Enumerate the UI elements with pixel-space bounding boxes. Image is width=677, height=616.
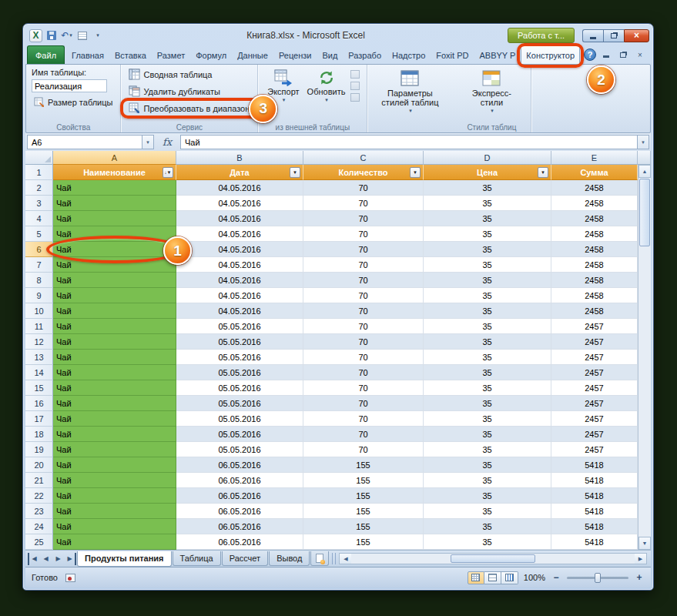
pivot-table-button[interactable]: Сводная таблица xyxy=(126,67,252,82)
cell-C2[interactable]: 70 xyxy=(303,180,424,196)
row-header-12[interactable]: 12 xyxy=(25,334,53,350)
cell-E22[interactable]: 5418 xyxy=(551,488,638,504)
sheet-tab-3[interactable]: Вывод xyxy=(269,551,310,566)
cell-D5[interactable]: 35 xyxy=(424,226,551,242)
cell-E5[interactable]: 2458 xyxy=(551,226,638,242)
convert-to-range-button[interactable]: Преобразовать в диапазон xyxy=(126,101,252,116)
cell-D20[interactable]: 35 xyxy=(424,457,551,473)
cell-D21[interactable]: 35 xyxy=(424,473,551,488)
insert-function-button[interactable]: fx xyxy=(154,136,180,148)
name-box[interactable]: A6 xyxy=(27,135,142,149)
row-header-16[interactable]: 16 xyxy=(25,396,53,411)
row-header-15[interactable]: 15 xyxy=(25,380,53,396)
cell-C4[interactable]: 70 xyxy=(303,211,424,226)
cell-C10[interactable]: 70 xyxy=(303,303,424,319)
row-header-19[interactable]: 19 xyxy=(25,442,53,457)
row-header-11[interactable]: 11 xyxy=(25,319,53,334)
cell-A24[interactable]: Чай xyxy=(53,519,176,534)
cell-A18[interactable]: Чай xyxy=(53,427,176,442)
cell-A25[interactable]: Чай xyxy=(53,534,176,550)
cell-E10[interactable]: 2458 xyxy=(551,303,638,319)
sheet-tab-1[interactable]: Таблица xyxy=(173,551,221,566)
zoom-in-button[interactable]: + xyxy=(634,572,645,584)
insert-sheet-button[interactable] xyxy=(310,551,329,566)
ribbon-tab-9[interactable]: Надстро xyxy=(387,45,431,64)
cell-C8[interactable]: 70 xyxy=(303,273,424,288)
cell-A11[interactable]: Чай xyxy=(53,319,176,334)
ribbon-tab-1[interactable]: Главная xyxy=(66,45,109,64)
cell-C9[interactable]: 70 xyxy=(303,288,424,303)
cell-C21[interactable]: 155 xyxy=(303,473,424,488)
cell-B10[interactable]: 04.05.2016 xyxy=(176,303,303,319)
row-header-10[interactable]: 10 xyxy=(25,303,53,319)
row-header-6[interactable]: 6 xyxy=(25,242,53,257)
cell-A16[interactable]: Чай xyxy=(53,396,176,411)
cell-C24[interactable]: 155 xyxy=(303,519,424,534)
cell-C23[interactable]: 155 xyxy=(303,504,424,519)
resize-table-button[interactable]: Размер таблицы xyxy=(32,95,115,109)
ribbon-tab-5[interactable]: Данные xyxy=(232,45,273,64)
ribbon-tab-10[interactable]: Foxit PD xyxy=(431,45,474,64)
cell-A8[interactable]: Чай xyxy=(53,273,176,288)
sheet-nav-prev-icon[interactable]: ◀ xyxy=(40,553,52,565)
cell-A13[interactable]: Чай xyxy=(53,350,176,365)
sheet-nav-last-icon[interactable]: ▶ xyxy=(65,553,76,565)
formula-bar-expand-icon[interactable]: ▼ xyxy=(638,135,649,149)
cell-B20[interactable]: 06.05.2016 xyxy=(176,457,303,473)
cell-C20[interactable]: 155 xyxy=(303,457,424,473)
row-header-3[interactable]: 3 xyxy=(25,196,53,211)
column-header-B[interactable]: B xyxy=(176,151,303,165)
vertical-scroll-thumb[interactable] xyxy=(639,179,650,246)
cell-E16[interactable]: 2457 xyxy=(551,396,638,411)
cell-E2[interactable]: 2458 xyxy=(551,180,638,196)
cell-A3[interactable]: Чай xyxy=(53,196,176,211)
row-header-7[interactable]: 7 xyxy=(25,257,53,273)
ribbon-tab-0[interactable]: Файл xyxy=(27,45,65,64)
cell-C22[interactable]: 155 xyxy=(303,488,424,504)
cell-D12[interactable]: 35 xyxy=(424,334,551,350)
cell-D18[interactable]: 35 xyxy=(424,427,551,442)
cell-A23[interactable]: Чай xyxy=(53,504,176,519)
vertical-scroll-track[interactable] xyxy=(638,178,651,537)
workbook-close-icon[interactable]: × xyxy=(633,49,647,60)
cell-A22[interactable]: Чай xyxy=(53,488,176,504)
cell-A2[interactable]: Чай xyxy=(53,180,176,196)
row-header-18[interactable]: 18 xyxy=(25,427,53,442)
cell-A21[interactable]: Чай xyxy=(53,473,176,488)
cell-A12[interactable]: Чай xyxy=(53,334,176,350)
table-name-input[interactable]: Реализация xyxy=(32,79,107,92)
ribbon-tab-11[interactable]: ABBYY P xyxy=(474,45,521,64)
cell-A17[interactable]: Чай xyxy=(53,411,176,427)
workbook-restore-icon[interactable] xyxy=(616,49,630,60)
horizontal-scroll-thumb[interactable] xyxy=(451,554,535,563)
header-cell-C[interactable]: Количество▼ xyxy=(303,165,424,180)
cell-C18[interactable]: 70 xyxy=(303,427,424,442)
cell-B4[interactable]: 04.05.2016 xyxy=(176,211,303,226)
header-cell-A[interactable]: Наименование↓▼ xyxy=(53,165,176,180)
cell-B7[interactable]: 04.05.2016 xyxy=(176,257,303,273)
cell-D3[interactable]: 35 xyxy=(424,196,551,211)
cell-E7[interactable]: 2458 xyxy=(551,257,638,273)
sheet-tab-2[interactable]: Рассчет xyxy=(222,551,269,566)
cell-C13[interactable]: 70 xyxy=(303,350,424,365)
cell-D9[interactable]: 35 xyxy=(424,288,551,303)
cell-E18[interactable]: 2457 xyxy=(551,427,638,442)
row-header-2[interactable]: 2 xyxy=(25,180,53,196)
cell-E19[interactable]: 2457 xyxy=(551,442,638,457)
row-header-8[interactable]: 8 xyxy=(25,273,53,288)
cell-E8[interactable]: 2458 xyxy=(551,273,638,288)
scroll-right-icon[interactable]: ▶ xyxy=(635,554,646,564)
row-header-5[interactable]: 5 xyxy=(25,226,53,242)
cell-B24[interactable]: 06.05.2016 xyxy=(176,519,303,534)
minimize-button[interactable] xyxy=(582,29,603,42)
cell-B21[interactable]: 06.05.2016 xyxy=(176,473,303,488)
save-button[interactable] xyxy=(45,28,58,42)
cell-D10[interactable]: 35 xyxy=(424,303,551,319)
cell-B19[interactable]: 05.05.2016 xyxy=(176,442,303,457)
restore-button[interactable] xyxy=(603,29,624,42)
cell-C12[interactable]: 70 xyxy=(303,334,424,350)
scroll-left-icon[interactable]: ◀ xyxy=(340,554,351,564)
cell-D15[interactable]: 35 xyxy=(424,380,551,396)
row-header-13[interactable]: 13 xyxy=(25,350,53,365)
formula-input[interactable]: Чай xyxy=(180,135,638,149)
